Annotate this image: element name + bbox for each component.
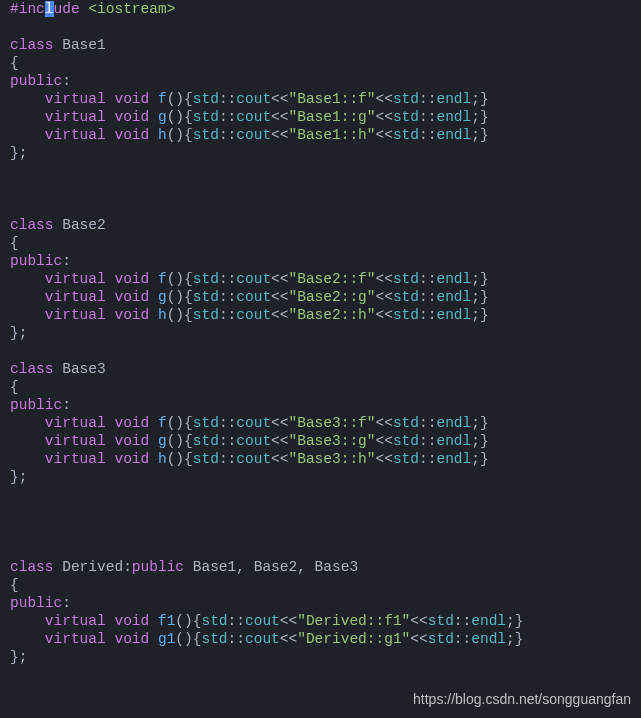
stmt-end: ;}: [471, 289, 488, 305]
op-shift: <<: [280, 631, 297, 647]
paren: (){: [167, 451, 193, 467]
kw-void: void: [114, 451, 149, 467]
op-scope: ::: [228, 613, 245, 629]
op-shift: <<: [376, 91, 393, 107]
ns-std: std: [193, 271, 219, 287]
kw-virtual: virtual: [45, 613, 106, 629]
kw-void: void: [114, 109, 149, 125]
class-base1: Base1: [62, 37, 106, 53]
paren: (){: [175, 613, 201, 629]
op-shift: <<: [376, 127, 393, 143]
op-shift: <<: [280, 613, 297, 629]
str: "Derived::f1": [297, 613, 410, 629]
op-scope: ::: [454, 631, 471, 647]
brace-close: };: [10, 649, 27, 665]
stmt-end: ;}: [471, 415, 488, 431]
paren: (){: [167, 433, 193, 449]
class-derived: Derived: [62, 559, 123, 575]
op-shift: <<: [376, 433, 393, 449]
kw-virtual: virtual: [45, 289, 106, 305]
kw-void: void: [114, 433, 149, 449]
ns-std: std: [193, 91, 219, 107]
ns-std: std: [201, 613, 227, 629]
func-g: g: [158, 109, 167, 125]
stmt-end: ;}: [471, 307, 488, 323]
str: "Base1::f": [289, 91, 376, 107]
id-endl: endl: [436, 109, 471, 125]
ns-std: std: [393, 109, 419, 125]
ns-std: std: [393, 307, 419, 323]
func-g: g: [158, 433, 167, 449]
kw-class: class: [10, 217, 54, 233]
id-cout: cout: [236, 271, 271, 287]
editor-cursor: l: [45, 1, 54, 17]
code-block: #include <iostream> class Base1 { public…: [0, 0, 641, 666]
base-name: Base3: [315, 559, 359, 575]
ns-std: std: [193, 127, 219, 143]
str: "Base2::f": [289, 271, 376, 287]
id-endl: endl: [436, 289, 471, 305]
base-name: Base2: [254, 559, 298, 575]
id-endl: endl: [436, 91, 471, 107]
func-f: f: [158, 91, 167, 107]
op-scope: ::: [219, 91, 236, 107]
op-scope: ::: [454, 613, 471, 629]
colon: :: [62, 73, 71, 89]
op-scope: ::: [219, 307, 236, 323]
stmt-end: ;}: [471, 433, 488, 449]
func-g1: g1: [158, 631, 175, 647]
op-scope: ::: [219, 127, 236, 143]
func-f: f: [158, 271, 167, 287]
kw-virtual: virtual: [45, 271, 106, 287]
stmt-end: ;}: [471, 451, 488, 467]
ns-std: std: [393, 451, 419, 467]
id-endl: endl: [471, 613, 506, 629]
paren: (){: [167, 127, 193, 143]
brace-open: {: [10, 55, 19, 71]
id-cout: cout: [236, 415, 271, 431]
paren: (){: [167, 271, 193, 287]
ns-std: std: [393, 91, 419, 107]
stmt-end: ;}: [471, 91, 488, 107]
id-cout: cout: [236, 289, 271, 305]
ns-std: std: [393, 127, 419, 143]
op-shift: <<: [376, 451, 393, 467]
preproc-hash: #inc: [10, 1, 45, 17]
op-scope: ::: [419, 415, 436, 431]
op-shift: <<: [376, 289, 393, 305]
id-endl: endl: [436, 415, 471, 431]
op-scope: ::: [219, 271, 236, 287]
kw-public: public: [10, 397, 62, 413]
comma: ,: [297, 559, 314, 575]
id-cout: cout: [245, 631, 280, 647]
op-scope: ::: [419, 271, 436, 287]
brace-open: {: [10, 577, 19, 593]
ns-std: std: [393, 289, 419, 305]
brace-open: {: [10, 379, 19, 395]
op-scope: ::: [419, 289, 436, 305]
brace-close: };: [10, 145, 27, 161]
kw-void: void: [114, 613, 149, 629]
kw-virtual: virtual: [45, 631, 106, 647]
op-shift: <<: [271, 109, 288, 125]
ns-std: std: [428, 613, 454, 629]
func-h: h: [158, 127, 167, 143]
op-scope: ::: [219, 433, 236, 449]
str: "Base1::g": [289, 109, 376, 125]
include-target: <iostream>: [88, 1, 175, 17]
watermark-text: https://blog.csdn.net/songguangfan: [413, 690, 631, 708]
op-scope: ::: [219, 451, 236, 467]
kw-virtual: virtual: [45, 307, 106, 323]
op-shift: <<: [410, 613, 427, 629]
paren: (){: [167, 109, 193, 125]
op-scope: ::: [419, 109, 436, 125]
kw-public: public: [10, 253, 62, 269]
kw-void: void: [114, 91, 149, 107]
str: "Base3::h": [289, 451, 376, 467]
id-endl: endl: [471, 631, 506, 647]
id-cout: cout: [236, 433, 271, 449]
kw-public: public: [132, 559, 184, 575]
id-endl: endl: [436, 127, 471, 143]
op-shift: <<: [271, 127, 288, 143]
ns-std: std: [201, 631, 227, 647]
